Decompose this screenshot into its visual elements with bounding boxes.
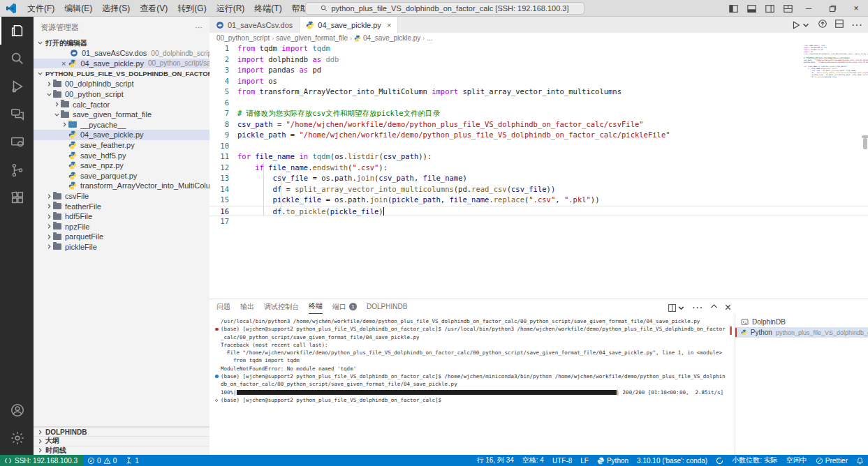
tree-item-pickleFile[interactable]: pickleFile [34, 242, 209, 253]
menu-item-1[interactable]: 编辑(E) [59, 0, 97, 17]
tree-item-npzFile[interactable]: npzFile [34, 222, 209, 232]
account-icon[interactable] [0, 396, 34, 424]
problems-indicator[interactable]: 0 0 [83, 455, 121, 466]
remote-indicator[interactable]: SSH: 192.168.100.3 [0, 455, 83, 466]
close-editor-icon[interactable]: × [61, 59, 66, 68]
status-item-bell[interactable] [852, 455, 868, 466]
tree-item-csvFile[interactable]: csvFile [34, 191, 209, 202]
tree-item-calc_factor[interactable]: calc_factor [34, 99, 209, 110]
ports-indicator[interactable]: 1 [121, 455, 143, 466]
code-line-16[interactable]: 16 df.to_pickle(pickle_file) [209, 206, 868, 217]
menu-item-2[interactable]: 选择(S) [97, 0, 135, 17]
code-line-11[interactable]: 11for file_name in tqdm(os.listdir(csv_p… [209, 151, 868, 163]
code-line-1[interactable]: 1from tqdm import tqdm [209, 43, 868, 54]
code-line-6[interactable]: 6 [209, 98, 868, 109]
code-line-5[interactable]: 5from transform_ArrayVector_into_MultiCo… [209, 87, 868, 98]
code-line-3[interactable]: 3import pandas as pd [209, 65, 868, 76]
panel-tab-输出[interactable]: 输出 [240, 299, 254, 314]
open-editor-item[interactable]: ×04_save_pickle.py00_python_script/save_… [34, 59, 209, 69]
sidebar-section-DOLPHINDB[interactable]: DOLPHINDB [34, 427, 209, 436]
terminal-instance-Python[interactable]: Pythonpython_plus_file_VS_dolphindb_on_f… [735, 327, 868, 338]
code-line-15[interactable]: 15 pickle_file = os.path.join(pickle_pat… [209, 195, 868, 206]
status-item-spinner[interactable] [712, 455, 728, 466]
panel-tab-端口[interactable]: 端口1 [332, 299, 357, 314]
more-actions-icon[interactable]: ··· [692, 301, 703, 314]
panel-tab-终端[interactable]: 终端 [309, 299, 323, 314]
menu-item-3[interactable]: 查看(V) [135, 0, 172, 17]
status-item-3.10.10 ('base': conda)[interactable]: 3.10.10 ('base': conda) [633, 455, 712, 466]
more-actions-icon[interactable]: ··· [851, 19, 862, 31]
status-item-Prettier[interactable]: Prettier [811, 455, 852, 466]
open-editors-header[interactable]: 打开的编辑器 [34, 38, 209, 48]
open-editor-item[interactable]: 01_saveAsCsv.dos00_dolphindb_script [34, 48, 209, 59]
menu-item-4[interactable]: 转到(G) [172, 0, 211, 17]
editor-tab-04_save_pickle.py[interactable]: 04_save_pickle.py× [300, 17, 398, 33]
breadcrumb-item[interactable]: ... [427, 34, 432, 42]
tree-item-save_given_format_file[interactable]: save_given_format_file [34, 110, 209, 120]
source-control-icon[interactable] [0, 156, 34, 184]
explorer-icon[interactable] [0, 17, 34, 45]
tree-item-transform_ArrayVector_into_MultiColumn.py[interactable]: transform_ArrayVector_into_MultiColumn.p… [34, 181, 209, 191]
panel-tab-调试控制台[interactable]: 调试控制台 [264, 299, 299, 314]
toggle-secondary-sidebar-icon[interactable] [760, 0, 779, 17]
code-line-8[interactable]: 8csv_path = "/home/wjchen/workfile/demo/… [209, 119, 868, 130]
status-item-空格: 4[interactable]: 空格: 4 [518, 455, 548, 466]
breadcrumb-item[interactable]: save_given_format_file [276, 34, 348, 42]
menu-item-6[interactable]: 终端(T) [249, 0, 286, 17]
code-line-14[interactable]: 14 df = split_array_vector_into_multicol… [209, 184, 868, 195]
minimize-icon[interactable]: ─ [797, 0, 821, 17]
code-editor[interactable]: 1from tqdm import tqdm2import dolphindb … [209, 43, 868, 299]
maximize-panel-icon[interactable] [709, 301, 719, 314]
toggle-sidebar-icon[interactable] [724, 0, 742, 17]
run-python-file-icon[interactable] [791, 20, 811, 30]
command-center[interactable]: python_plus_file_VS_dolphindb_on_factor_… [305, 2, 584, 15]
status-item-空闲中[interactable]: 空闲中 [782, 455, 811, 466]
tree-root[interactable]: PYTHON_PLUS_FILE_VS_DOLPHINDB_ON_FACTOR_… [34, 68, 209, 79]
sidebar-section-大纲[interactable]: 大纲 [34, 436, 209, 445]
tree-item-hdf5File[interactable]: hdf5File [34, 211, 209, 222]
tree-item-00_python_script[interactable]: 00_python_script [34, 89, 209, 100]
code-line-4[interactable]: 4import os [209, 76, 868, 87]
editor-tab-01_saveAsCsv.dos[interactable]: 01_saveAsCsv.dos [209, 17, 300, 33]
split-terminal-icon[interactable] [668, 303, 686, 313]
editor-scrollbar[interactable] [863, 138, 867, 149]
tree-item-parquetFile[interactable]: parquetFile [34, 232, 209, 242]
breadcrumb[interactable]: 00_python_script›save_given_format_file›… [209, 33, 868, 43]
extensions-icon[interactable] [0, 184, 34, 212]
breadcrumb-item[interactable]: 04_save_pickle.py [363, 34, 420, 42]
code-line-12[interactable]: 12 if file_name.endswith(".csv"): [209, 163, 868, 174]
code-line-10[interactable]: 10 [209, 141, 868, 152]
terminal[interactable]: /usr/local/bin/python3 /home/wjchen/work… [209, 314, 735, 455]
sidebar-section-时间线[interactable]: 时间线 [34, 446, 209, 455]
settings-icon[interactable] [0, 424, 34, 452]
panel-tab-DOLPHINDB[interactable]: DOLPHINDB [367, 299, 407, 314]
breadcrumb-item[interactable]: 00_python_script [216, 34, 270, 42]
tree-item-04_save_pickle.py[interactable]: 04_save_pickle.py [34, 130, 209, 140]
status-item-小数位数: 实际[interactable]: 小数位数: 实际 [728, 455, 782, 466]
tree-item-__pycache__[interactable]: __pycache__ [34, 120, 209, 130]
menu-item-5[interactable]: 运行(R) [212, 0, 250, 17]
close-panel-icon[interactable]: × [725, 301, 731, 314]
tree-item-featherFile[interactable]: featherFile [34, 201, 209, 211]
menu-item-0[interactable]: 文件(F) [22, 0, 59, 17]
code-line-9[interactable]: 9pickle_path = "/home/wjchen/workfile/de… [209, 130, 868, 141]
run-debug-icon[interactable] [0, 73, 34, 100]
tree-item-save_parquet.py[interactable]: save_parquet.py [34, 171, 209, 181]
tree-item-00_dolphindb_script[interactable]: 00_dolphindb_script [34, 79, 209, 89]
status-item-Python[interactable]: Python [593, 455, 633, 466]
toggle-panel-icon[interactable] [742, 0, 760, 17]
more-actions-icon[interactable]: ··· [195, 23, 203, 31]
comments-icon[interactable] [0, 100, 34, 128]
upload-icon[interactable] [818, 19, 827, 31]
status-item-UTF-8[interactable]: UTF-8 [548, 455, 576, 466]
terminal-instance-DolphinDB[interactable]: DolphinDB [735, 317, 868, 327]
status-item-LF[interactable]: LF [576, 455, 593, 466]
tree-item-save_feather.py[interactable]: save_feather.py [34, 140, 209, 151]
status-item-行 16, 列 34[interactable]: 行 16, 列 34 [472, 455, 517, 466]
split-editor-icon[interactable] [834, 19, 844, 31]
restore-icon[interactable] [821, 0, 844, 17]
tree-item-save_npz.py[interactable]: save_npz.py [34, 160, 209, 171]
customize-layout-icon[interactable] [779, 0, 797, 17]
remote-explorer-icon[interactable] [0, 128, 34, 156]
panel-tab-问题[interactable]: 问题 [216, 299, 230, 314]
